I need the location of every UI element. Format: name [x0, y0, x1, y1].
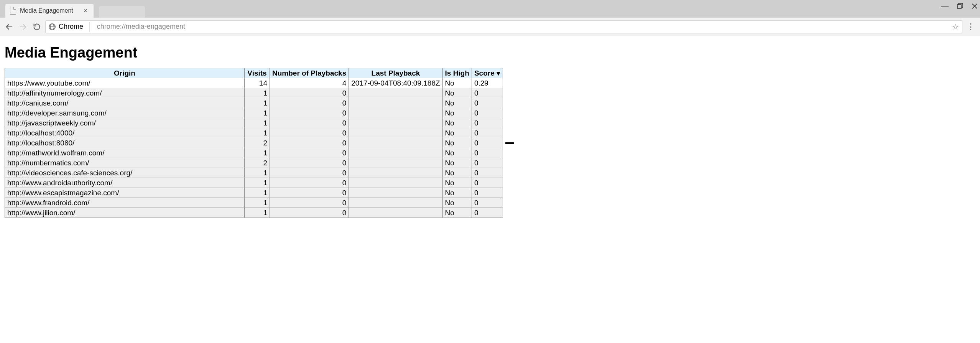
cell-last	[349, 98, 442, 108]
new-tab-button[interactable]	[99, 6, 145, 18]
cell-high: No	[442, 78, 472, 88]
cell-high: No	[442, 98, 472, 108]
table-row: http://videosciences.cafe-sciences.org/1…	[5, 168, 503, 178]
cell-score: 0	[472, 98, 503, 108]
back-button[interactable]	[4, 21, 15, 32]
cell-origin: http://developer.samsung.com/	[5, 108, 245, 118]
cell-playbacks: 0	[270, 128, 349, 138]
close-tab-icon[interactable]: ×	[82, 7, 89, 15]
cell-score: 0	[472, 138, 503, 148]
cell-high: No	[442, 178, 472, 188]
table-row: http://javascriptweekly.com/10No0	[5, 118, 503, 128]
chrome-menu-button[interactable]: ⋮	[965, 21, 976, 32]
forward-button[interactable]	[18, 21, 28, 32]
cell-last	[349, 178, 442, 188]
cell-last	[349, 118, 442, 128]
cell-origin: http://localhost:4000/	[5, 128, 245, 138]
maximize-icon[interactable]	[957, 3, 963, 9]
cell-playbacks: 0	[270, 168, 349, 178]
page-title: Media Engagement	[5, 45, 975, 61]
cell-visits: 2	[245, 138, 270, 148]
site-info-icon[interactable]	[49, 23, 56, 30]
cell-score: 0	[472, 118, 503, 128]
cell-score: 0	[472, 168, 503, 178]
cell-playbacks: 0	[270, 118, 349, 128]
cell-visits: 1	[245, 88, 270, 98]
cell-playbacks: 0	[270, 208, 349, 218]
cell-origin: http://localhost:8080/	[5, 138, 245, 148]
minimize-icon[interactable]: —	[941, 2, 949, 10]
cell-origin: http://www.androidauthority.com/	[5, 178, 245, 188]
reload-button[interactable]	[31, 21, 42, 32]
cell-high: No	[442, 208, 472, 218]
cell-origin: https://www.youtube.com/	[5, 78, 245, 88]
cell-visits: 2	[245, 158, 270, 168]
cell-last	[349, 88, 442, 98]
cell-visits: 1	[245, 98, 270, 108]
svg-rect-0	[957, 5, 961, 8]
cell-last	[349, 208, 442, 218]
bookmark-star-icon[interactable]: ☆	[952, 22, 959, 31]
cell-high: No	[442, 108, 472, 118]
cell-origin: http://numbermatics.com/	[5, 158, 245, 168]
address-bar[interactable]: Chrome │ chrome://media-engagement ☆	[45, 20, 962, 33]
cell-origin: http://caniuse.com/	[5, 98, 245, 108]
cell-visits: 1	[245, 188, 270, 198]
cell-last	[349, 158, 442, 168]
cell-score: 0	[472, 158, 503, 168]
cell-last	[349, 108, 442, 118]
cell-origin: http://mathworld.wolfram.com/	[5, 148, 245, 158]
cell-playbacks: 0	[270, 88, 349, 98]
cell-playbacks: 0	[270, 198, 349, 208]
cell-visits: 14	[245, 78, 270, 88]
table-row: http://www.frandroid.com/10No0	[5, 198, 503, 208]
table-row: http://www.androidauthority.com/10No0	[5, 178, 503, 188]
browser-tab[interactable]: Media Engagement ×	[5, 4, 94, 18]
cell-playbacks: 0	[270, 98, 349, 108]
cell-score: 0	[472, 108, 503, 118]
cell-origin: http://www.jilion.com/	[5, 208, 245, 218]
table-row: http://caniuse.com/10No0	[5, 98, 503, 108]
cell-playbacks: 0	[270, 108, 349, 118]
col-last[interactable]: Last Playback	[349, 68, 442, 78]
window-titlebar: Media Engagement × —	[0, 0, 980, 18]
cell-high: No	[442, 168, 472, 178]
cell-high: No	[442, 88, 472, 98]
col-high[interactable]: Is High	[442, 68, 472, 78]
cell-last	[349, 148, 442, 158]
col-score[interactable]: Score ▾	[472, 68, 503, 78]
cell-playbacks: 0	[270, 188, 349, 198]
slider-handle-icon[interactable]	[505, 142, 514, 144]
cell-high: No	[442, 198, 472, 208]
table-row: http://localhost:8080/20No0	[5, 138, 503, 148]
cell-visits: 1	[245, 118, 270, 128]
cell-playbacks: 0	[270, 138, 349, 148]
cell-visits: 1	[245, 168, 270, 178]
cell-score: 0	[472, 188, 503, 198]
cell-last	[349, 188, 442, 198]
tab-title: Media Engagement	[20, 7, 82, 14]
cell-origin: http://javascriptweekly.com/	[5, 118, 245, 128]
cell-high: No	[442, 188, 472, 198]
url-scheme-label: Chrome	[59, 23, 83, 31]
url-separator: │	[87, 22, 92, 32]
cell-visits: 1	[245, 198, 270, 208]
cell-visits: 1	[245, 208, 270, 218]
cell-last	[349, 168, 442, 178]
col-origin[interactable]: Origin	[5, 68, 245, 78]
cell-last	[349, 138, 442, 148]
cell-visits: 1	[245, 108, 270, 118]
cell-high: No	[442, 138, 472, 148]
cell-score: 0	[472, 208, 503, 218]
cell-playbacks: 0	[270, 178, 349, 188]
col-playbacks[interactable]: Number of Playbacks	[270, 68, 349, 78]
cell-high: No	[442, 128, 472, 138]
cell-visits: 1	[245, 178, 270, 188]
cell-playbacks: 0	[270, 148, 349, 158]
cell-score: 0	[472, 88, 503, 98]
col-visits[interactable]: Visits	[245, 68, 270, 78]
cell-origin: http://www.escapistmagazine.com/	[5, 188, 245, 198]
table-header-row: Origin Visits Number of Playbacks Last P…	[5, 68, 503, 78]
close-window-icon[interactable]	[972, 3, 978, 9]
table-row: https://www.youtube.com/1442017-09-04T08…	[5, 78, 503, 88]
